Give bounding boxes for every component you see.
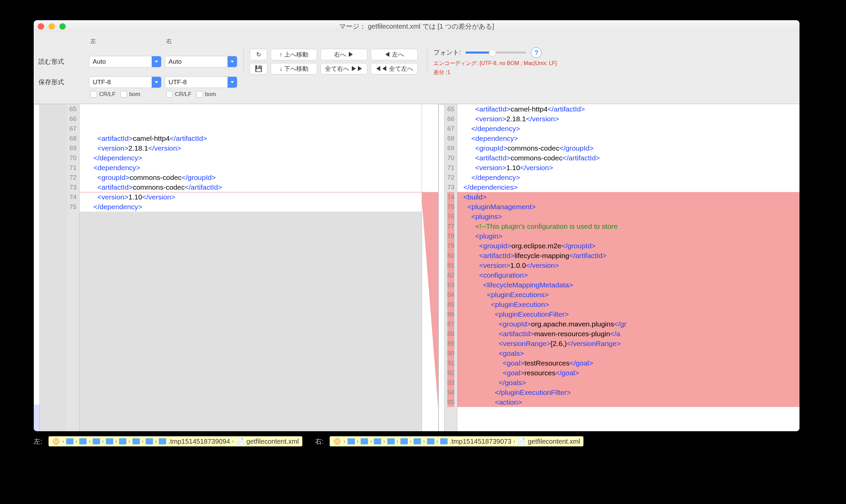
right-bom-check[interactable]: bom xyxy=(196,91,216,98)
save-format-label: 保存形式 xyxy=(38,78,86,87)
left-code[interactable]: <artifactId>camel-http4</artifactId> <ve… xyxy=(80,104,422,431)
diff-gap xyxy=(422,104,439,431)
help-button[interactable]: ? xyxy=(531,47,542,58)
diff-count: 差分 :1 xyxy=(434,69,557,76)
diff-content: 6566676869707172737475 <artifactId>camel… xyxy=(34,104,799,431)
path-right-label: 右: xyxy=(315,437,324,446)
col-left-label: 左 xyxy=(89,37,161,45)
left-overview[interactable] xyxy=(34,104,40,431)
left-crlf-check[interactable]: CR/LF xyxy=(90,91,116,98)
merge-window: マージ： getfilecontent.xml では [1 つの差分がある] 左… xyxy=(34,20,799,431)
left-gutter: 6566676869707172737475 xyxy=(67,104,80,431)
left-read-select[interactable]: Auto xyxy=(89,56,161,67)
pathbar: 左: 📀› ›› ›› ›› › .tmp1514518739094› 📄get… xyxy=(34,435,799,448)
right-breadcrumb[interactable]: 📀› ›› ›› ›› › .tmp1514518739073› 📄getfil… xyxy=(330,436,583,446)
font-label: フォント: xyxy=(434,48,461,57)
refresh-button[interactable]: ↻ xyxy=(250,49,267,60)
save-button[interactable]: 💾 xyxy=(250,63,267,74)
right-crlf-check[interactable]: CR/LF xyxy=(166,91,191,98)
copy-all-left-button[interactable]: ◀◀ 全て左へ xyxy=(371,63,418,74)
close-icon[interactable] xyxy=(38,23,44,30)
left-bom-check[interactable]: bom xyxy=(120,91,140,98)
window-title: マージ： getfilecontent.xml では [1 つの差分がある] xyxy=(34,22,799,31)
col-right-label: 右 xyxy=(165,37,237,45)
encoding-info: エンコーディング: [UTF-8, no BOM ; Mac|Unix: LF] xyxy=(434,60,557,67)
read-format-label: 読む形式 xyxy=(38,57,86,66)
right-gutter: 6566676869707172737475767778798081828384… xyxy=(444,104,457,431)
right-overview[interactable] xyxy=(439,104,444,431)
titlebar: マージ： getfilecontent.xml では [1 つの差分がある] xyxy=(34,20,799,32)
copy-all-right-button[interactable]: 全て右へ ▶▶ xyxy=(320,63,367,74)
zoom-icon[interactable] xyxy=(59,23,66,30)
left-breadcrumb[interactable]: 📀› ›› ›› ›› › .tmp1514518739094› 📄getfil… xyxy=(49,436,302,446)
separator xyxy=(243,47,244,71)
traffic-lights xyxy=(38,23,66,30)
left-save-select[interactable]: UTF-8 xyxy=(89,76,161,88)
right-save-select[interactable]: UTF-8 xyxy=(165,76,237,88)
path-left-label: 左: xyxy=(34,437,42,446)
move-down-button[interactable]: ↓ 下へ移動 xyxy=(271,63,317,74)
separator xyxy=(427,47,427,71)
copy-left-button[interactable]: ◀ 左へ xyxy=(371,49,418,60)
move-up-button[interactable]: ↑ 上へ移動 xyxy=(271,49,317,60)
font-slider[interactable] xyxy=(465,52,526,54)
right-code[interactable]: <artifactId>camel-http4</artifactId> <ve… xyxy=(457,104,799,431)
minimize-icon[interactable] xyxy=(49,23,55,30)
right-read-select[interactable]: Auto xyxy=(165,56,237,67)
toolbar: 左 右 読む形式 Auto Auto ↻ 💾 ↑ 上へ移動 ↓ 下へ移動 右へ … xyxy=(34,32,799,104)
copy-right-button[interactable]: 右へ ▶ xyxy=(320,49,367,60)
